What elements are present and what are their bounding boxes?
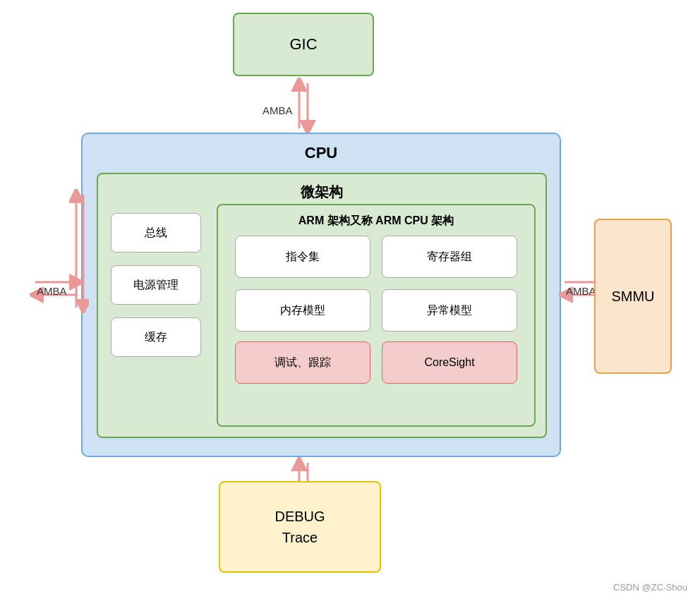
amba-label-left: AMBA [37, 285, 67, 297]
debug-line2: Trace [282, 527, 318, 548]
arm-item-coresight: CoreSight [382, 341, 517, 384]
watermark: CSDN @ZC·Shou [613, 582, 687, 593]
microarch-box: 微架构 总线 电源管理 缓存 ARM 架构又称 ARM CPU 架构 指令集 [97, 173, 547, 438]
arm-box: ARM 架构又称 ARM CPU 架构 指令集 寄存器组 内存模型 异常模型 [217, 204, 536, 427]
cpu-title: CPU [83, 134, 560, 164]
cpu-outer-box: CPU 微架构 总线 电源管理 缓存 ARM 架构又称 ARM CPU 架构 [81, 133, 561, 457]
gic-label: GIC [289, 35, 317, 54]
arrow-top [289, 78, 318, 134]
arm-item-regfile: 寄存器组 [382, 236, 517, 278]
arm-title: ARM 架构又称 ARM CPU 架构 [218, 205, 534, 236]
arm-item-isa: 指令集 [235, 236, 370, 278]
diagram-container: GIC AMBA CPU 微架构 总线 [0, 0, 700, 601]
item-bus: 总线 [111, 213, 201, 253]
debug-line1: DEBUG [274, 506, 325, 527]
arm-item-debug: 调试、跟踪 [235, 341, 370, 384]
arm-bottom: 调试、跟踪 CoreSight [218, 341, 534, 384]
arm-grid: 指令集 寄存器组 内存模型 异常模型 [218, 236, 534, 332]
gic-box: GIC [233, 13, 374, 76]
left-items: 总线 电源管理 缓存 [111, 213, 203, 357]
item-power: 电源管理 [111, 265, 201, 305]
arm-item-memmodel: 内存模型 [235, 289, 370, 332]
smmu-label: SMMU [611, 289, 654, 305]
item-cache: 缓存 [111, 317, 201, 357]
amba-label-right: AMBA [566, 285, 596, 297]
smmu-box: SMMU [594, 219, 672, 374]
debug-box: DEBUG Trace [219, 481, 381, 573]
arm-item-exception: 异常模型 [382, 289, 517, 332]
microarch-title: 微架构 [98, 174, 545, 207]
arrow-left-vertical [69, 189, 89, 313]
amba-label-top: AMBA [262, 104, 293, 116]
